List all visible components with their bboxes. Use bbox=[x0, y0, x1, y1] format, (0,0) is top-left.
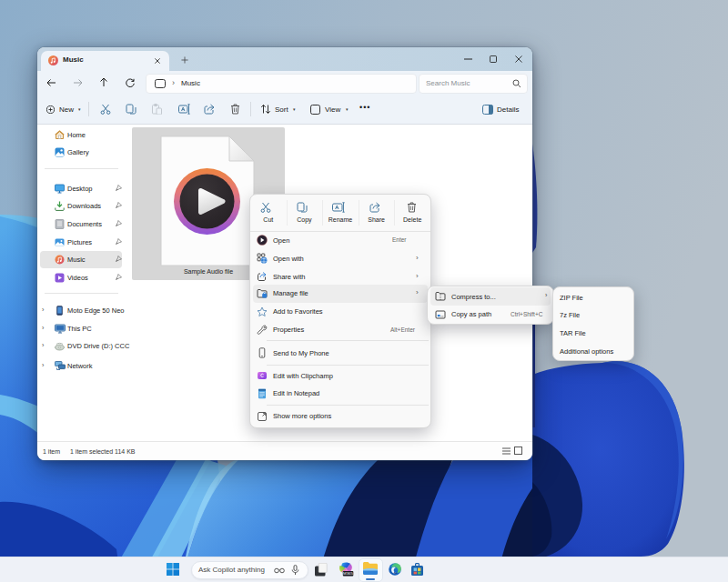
svg-text:M365: M365 bbox=[343, 571, 354, 576]
